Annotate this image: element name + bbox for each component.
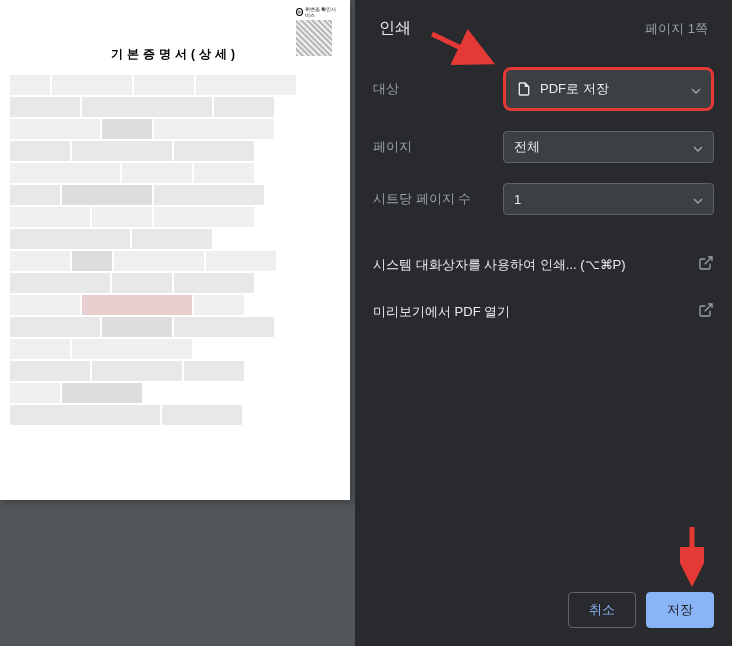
qr-label-text: 위변조 확인서비스 bbox=[305, 6, 340, 18]
open-preview-text: 미리보기에서 PDF 열기 bbox=[373, 303, 510, 321]
document-page-preview: 위 위변조 확인서비스 기본증명서(상세) bbox=[0, 0, 350, 500]
pages-value: 전체 bbox=[514, 138, 540, 156]
destination-dropdown[interactable]: PDF로 저장 bbox=[503, 67, 714, 111]
cancel-button[interactable]: 취소 bbox=[568, 592, 636, 628]
destination-label: 대상 bbox=[373, 80, 503, 98]
chevron-down-icon bbox=[691, 82, 701, 97]
pages-per-sheet-label: 시트당 페이지 수 bbox=[373, 190, 503, 208]
pages-label: 페이지 bbox=[373, 138, 503, 156]
panel-title: 인쇄 bbox=[379, 18, 411, 39]
qr-verification-box: 위 위변조 확인서비스 bbox=[296, 6, 340, 50]
open-preview-link[interactable]: 미리보기에서 PDF 열기 bbox=[373, 288, 714, 335]
system-dialog-link[interactable]: 시스템 대화상자를 사용하여 인쇄... (⌥⌘P) bbox=[373, 241, 714, 288]
document-title: 기본증명서(상세) bbox=[10, 46, 340, 63]
system-dialog-text: 시스템 대화상자를 사용하여 인쇄... (⌥⌘P) bbox=[373, 256, 626, 274]
document-icon bbox=[516, 81, 532, 97]
pages-per-sheet-dropdown[interactable]: 1 bbox=[503, 183, 714, 215]
chevron-down-icon bbox=[693, 140, 703, 155]
destination-value: PDF로 저장 bbox=[540, 80, 609, 98]
pages-per-sheet-value: 1 bbox=[514, 192, 521, 207]
chevron-down-icon bbox=[693, 192, 703, 207]
external-link-icon bbox=[698, 302, 714, 321]
redacted-content bbox=[10, 75, 340, 425]
save-button[interactable]: 저장 bbox=[646, 592, 714, 628]
external-link-icon bbox=[698, 255, 714, 274]
page-count-label: 페이지 1쪽 bbox=[645, 20, 708, 38]
qr-pattern bbox=[296, 20, 332, 56]
print-settings-panel: 인쇄 페이지 1쪽 대상 PDF로 저장 페이지 전체 bbox=[355, 0, 732, 646]
pages-dropdown[interactable]: 전체 bbox=[503, 131, 714, 163]
print-preview-pane: 위 위변조 확인서비스 기본증명서(상세) bbox=[0, 0, 355, 646]
